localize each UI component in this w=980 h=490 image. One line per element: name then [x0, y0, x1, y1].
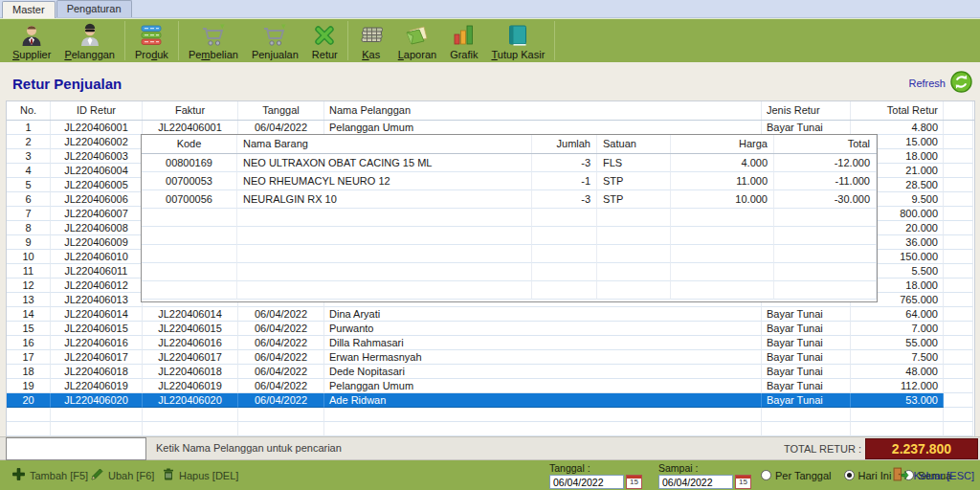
- popup-cell: Kode: [142, 135, 237, 153]
- table-row[interactable]: 18JL220406018JL22040601806/04/2022Dede N…: [7, 365, 974, 379]
- popup-cell: [774, 209, 877, 227]
- toolbar-button-label: Tutup Kasir: [491, 49, 545, 60]
- popup-cell: [532, 263, 597, 281]
- grid-cell: [143, 408, 238, 422]
- grid-cell: 48.000: [851, 365, 944, 379]
- popup-cell: [597, 263, 671, 281]
- popup-cell: -3: [532, 190, 597, 209]
- table-row[interactable]: 14JL220406014JL22040601406/04/2022Dina A…: [7, 307, 974, 322]
- customer-icon: [78, 22, 102, 48]
- table-row[interactable]: 17JL220406017JL22040601706/04/2022Erwan …: [7, 350, 974, 365]
- toolbar-button-tutup-kasir[interactable]: Tutup Kasir: [484, 19, 551, 62]
- ubah-label: Ubah [F6]: [108, 470, 154, 481]
- keluar-label: Keluar [ESC]: [913, 470, 974, 481]
- toolbar-button-label: Produk: [135, 49, 168, 60]
- toolbar-button-laporan[interactable]: Laporan: [391, 19, 443, 62]
- popup-cell: [671, 281, 774, 300]
- toolbar-button-grafik[interactable]: Grafik: [443, 19, 484, 62]
- table-row[interactable]: 19JL220406019JL22040601906/04/2022Pelang…: [7, 379, 974, 393]
- grid-cell: [944, 149, 973, 164]
- footer-bar: Tambah [F5] Ubah [F6] Hapus [DEL] Tangga…: [0, 460, 980, 490]
- grid-cell: 06/04/2022: [238, 365, 324, 379]
- grid-header-row: No.ID ReturFakturTanggalNama PelangganJe…: [7, 101, 974, 121]
- grid-cell: [944, 379, 973, 393]
- total-retur-value: 2.237.800: [865, 438, 978, 459]
- total-retur-label: TOTAL RETUR :: [784, 443, 861, 455]
- refresh-label: Refresh: [908, 78, 946, 89]
- popup-cell: [237, 263, 532, 281]
- tab-pengaturan[interactable]: Pengaturan: [56, 0, 132, 17]
- purchase-cart-icon: [200, 22, 227, 48]
- grid-cell: [944, 365, 973, 379]
- grid-cell: Tanggal: [238, 101, 324, 120]
- radio-hari-ini[interactable]: Hari Ini: [844, 470, 892, 481]
- grid-cell: JL220406011: [51, 264, 143, 278]
- popup-cell: [142, 245, 237, 263]
- grid-cell: Bayar Tunai: [762, 121, 851, 135]
- toolbar-button-produk[interactable]: Produk: [128, 19, 175, 62]
- grid-cell: ID Retur: [51, 101, 143, 120]
- sampai-calendar-button[interactable]: 15: [735, 475, 751, 489]
- tambah-button[interactable]: Tambah [F5]: [12, 460, 88, 490]
- grid-cell: Bayar Tunai: [762, 350, 851, 365]
- grid-cell: Bayar Tunai: [762, 336, 851, 350]
- grid-cell: JL220406008: [51, 221, 143, 235]
- refresh-button[interactable]: Refresh: [908, 71, 972, 95]
- grid-cell: JL220406019: [51, 379, 143, 393]
- table-row[interactable]: 20JL220406020JL22040602006/04/2022Ade Ri…: [7, 393, 974, 408]
- grid-cell: 18: [7, 365, 51, 379]
- supplier-icon: [19, 22, 44, 48]
- grid-cell: Purwanto: [324, 322, 762, 336]
- toolbar-button-pembelian[interactable]: Pembelian: [182, 19, 245, 62]
- grid-cell: 3: [7, 149, 51, 164]
- popup-cell: 00700056: [142, 190, 237, 209]
- grid-cell: [944, 322, 973, 336]
- toolbar-button-kas[interactable]: Kas: [351, 19, 391, 62]
- grid-cell: [944, 408, 973, 422]
- grid-cell: [944, 393, 973, 408]
- grid-cell: [944, 164, 973, 178]
- grid-cell: [7, 422, 51, 436]
- radio-per-tanggal[interactable]: Per Tanggal: [761, 470, 832, 481]
- grid-cell: 10: [7, 250, 51, 264]
- grid-cell: [851, 422, 944, 436]
- grid-cell: [944, 207, 973, 221]
- toolbar-button-pelanggan[interactable]: Pelanggan: [57, 19, 122, 62]
- grid-cell: Dede Nopitasari: [324, 365, 762, 379]
- toolbar-button-supplier[interactable]: Supplier: [6, 19, 57, 62]
- popup-cell: 10.000: [671, 190, 774, 209]
- ubah-button[interactable]: Ubah [F6]: [91, 460, 154, 490]
- table-row[interactable]: 16JL220406016JL22040601606/04/2022Dilla …: [7, 336, 974, 350]
- tanggal-calendar-button[interactable]: 15: [626, 475, 642, 489]
- popup-cell: [671, 245, 774, 263]
- grid-cell: [51, 422, 143, 436]
- grid-cell: Bayar Tunai: [762, 379, 851, 393]
- grid-cell: 6: [7, 192, 51, 207]
- table-row[interactable]: 1JL220406001JL22040600106/04/2022Pelangg…: [7, 121, 974, 135]
- detail-row[interactable]: 00700056NEURALGIN RX 10-3STP10.000-30.00…: [142, 190, 877, 209]
- popup-cell: -3: [532, 154, 597, 172]
- popup-cell: [142, 263, 237, 281]
- refresh-icon: [950, 71, 972, 95]
- popup-cell: [597, 281, 671, 300]
- popup-cell: [532, 281, 597, 300]
- toolbar-button-penjualan[interactable]: Penjualan: [245, 19, 305, 62]
- popup-cell: -12.000: [774, 154, 877, 172]
- grid-cell: [324, 408, 762, 422]
- popup-cell: [532, 209, 597, 227]
- popup-cell: STP: [597, 172, 671, 190]
- detail-row[interactable]: 00700053NEO RHEUMACYL NEURO 12-1STP11.00…: [142, 172, 877, 190]
- tanggal-group: Tanggal : 15: [549, 462, 642, 489]
- grid-cell: 4.800: [851, 121, 944, 135]
- keluar-button[interactable]: Keluar [ESC]: [893, 460, 974, 490]
- toolbar-button-retur[interactable]: Retur: [305, 19, 345, 62]
- tab-master[interactable]: Master: [2, 1, 56, 18]
- sampai-input[interactable]: [658, 475, 733, 489]
- hapus-button[interactable]: Hapus [DEL]: [163, 460, 238, 490]
- sampai-group: Sampai : 15: [658, 462, 751, 489]
- table-row[interactable]: 15JL220406015JL22040601506/04/2022Purwan…: [7, 322, 974, 336]
- detail-row[interactable]: 00800169NEO ULTRAXON OBAT CACING 15 ML-3…: [142, 154, 877, 172]
- grid-cell: Ade Ridwan: [324, 393, 762, 408]
- tanggal-input[interactable]: [549, 475, 624, 489]
- search-input[interactable]: [6, 437, 146, 460]
